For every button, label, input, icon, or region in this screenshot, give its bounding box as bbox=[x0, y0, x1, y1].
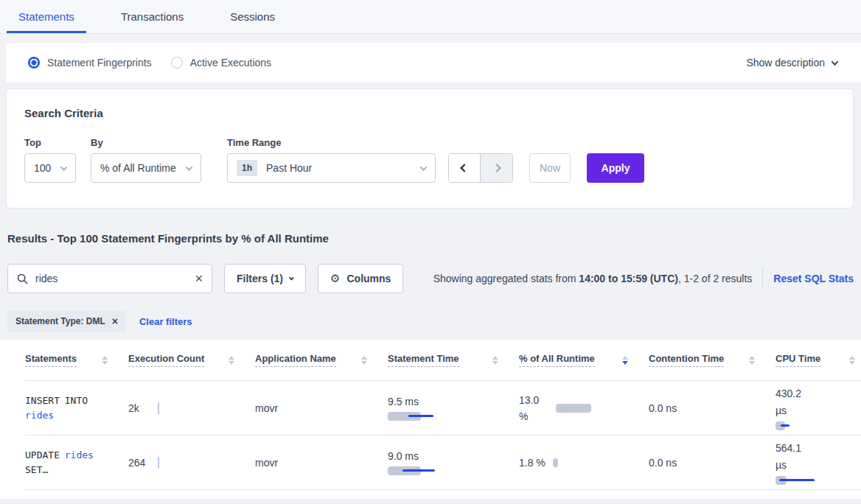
pct-runtime-cell: 13.0 % bbox=[519, 392, 649, 424]
cpu-time-bar bbox=[775, 476, 815, 485]
search-criteria-title: Search Criteria bbox=[24, 107, 831, 119]
sort-icon[interactable] bbox=[492, 356, 498, 365]
statement-link[interactable]: rides bbox=[65, 449, 94, 461]
statement-time-cell: 9.5 ms bbox=[388, 396, 519, 421]
chevron-down-icon bbox=[289, 275, 294, 280]
by-label: By bbox=[91, 137, 227, 148]
radio-label: Active Executions bbox=[190, 57, 272, 69]
chevron-down-icon bbox=[420, 164, 428, 171]
chevron-left-icon bbox=[460, 164, 468, 172]
columns-button[interactable]: ⚙ Columns bbox=[318, 264, 403, 293]
radio-statement-fingerprints[interactable]: Statement Fingerprints bbox=[28, 57, 152, 69]
show-description-label: Show description bbox=[746, 57, 825, 69]
application-name-cell: movr bbox=[255, 457, 388, 469]
table-row: UPDATE rides SET… 264 movr 9.0 ms 1.8 % … bbox=[25, 435, 861, 490]
show-description-toggle[interactable]: Show description bbox=[746, 57, 837, 69]
time-range-badge: 1h bbox=[237, 160, 257, 176]
by-select-value: % of All Runtime bbox=[100, 162, 176, 174]
column-header-pct-of-all-runtime[interactable]: % of All Runtime bbox=[519, 353, 649, 367]
sort-icon[interactable] bbox=[849, 356, 855, 365]
column-header-execution-count[interactable]: Execution Count bbox=[128, 353, 255, 367]
search-box: × bbox=[7, 264, 212, 293]
statement-time-bar bbox=[388, 466, 435, 475]
sort-icon[interactable] bbox=[749, 356, 755, 365]
search-input[interactable] bbox=[35, 273, 195, 284]
top-field: Top 100 bbox=[24, 137, 91, 183]
search-icon bbox=[17, 273, 28, 284]
cpu-time-cell: 430.2 µs bbox=[775, 385, 861, 430]
sort-icon[interactable] bbox=[102, 356, 108, 365]
statement-time-bar bbox=[388, 412, 433, 421]
column-header-application-name[interactable]: Application Name bbox=[255, 353, 388, 367]
column-header-statement-time[interactable]: Statement Time bbox=[388, 353, 519, 367]
chevron-down-icon bbox=[60, 164, 68, 171]
apply-button[interactable]: Apply bbox=[587, 153, 644, 183]
execution-count-bar bbox=[158, 457, 159, 469]
statement-cell: UPDATE rides SET… bbox=[25, 448, 109, 477]
cpu-time-bar bbox=[775, 421, 789, 430]
pct-runtime-bar bbox=[556, 404, 591, 413]
filters-button[interactable]: Filters (1) bbox=[224, 264, 306, 293]
view-radio-group: Statement Fingerprints Active Executions bbox=[28, 57, 271, 69]
clear-search-icon[interactable]: × bbox=[195, 272, 203, 285]
now-button[interactable]: Now bbox=[529, 153, 571, 183]
pct-runtime-bar bbox=[553, 458, 558, 467]
by-field: By % of All Runtime bbox=[91, 137, 227, 183]
top-select[interactable]: 100 bbox=[24, 153, 76, 183]
column-header-contention-time[interactable]: Contention Time bbox=[649, 353, 775, 367]
radio-active-executions[interactable]: Active Executions bbox=[171, 57, 272, 69]
time-range-field: Time Range 1h Past Hour bbox=[227, 137, 448, 183]
application-name-cell: movr bbox=[255, 402, 388, 414]
column-header-cpu-time[interactable]: CPU Time bbox=[775, 353, 861, 367]
time-range-label: Time Range bbox=[227, 137, 448, 148]
previous-time-range-button[interactable] bbox=[449, 154, 481, 182]
radio-selected-icon bbox=[28, 57, 40, 69]
filter-chip-label: Statement Type: DML bbox=[15, 316, 105, 326]
divider bbox=[762, 267, 763, 290]
tab-sessions[interactable]: Sessions bbox=[218, 0, 287, 33]
statement-time-cell: 9.0 ms bbox=[388, 450, 519, 475]
top-select-value: 100 bbox=[34, 162, 51, 174]
time-range-pager bbox=[448, 153, 513, 183]
reset-sql-stats-link[interactable]: Reset SQL Stats bbox=[773, 273, 854, 284]
contention-time-cell: 0.0 ns bbox=[649, 457, 775, 469]
search-criteria-form: Top 100 By % of All Runtime Time Range 1… bbox=[24, 137, 831, 183]
sort-icon[interactable] bbox=[622, 356, 628, 365]
sort-icon[interactable] bbox=[361, 356, 367, 365]
chevron-right-icon bbox=[492, 164, 501, 172]
chevron-down-icon bbox=[832, 58, 839, 66]
execution-count-cell: 264 bbox=[128, 457, 255, 469]
sort-icon[interactable] bbox=[229, 356, 234, 365]
active-filters-row: Statement Type: DML × Clear filters bbox=[7, 311, 861, 332]
clear-filters-link[interactable]: Clear filters bbox=[139, 316, 192, 327]
filter-chip-statement-type[interactable]: Statement Type: DML × bbox=[7, 311, 126, 332]
remove-filter-icon[interactable]: × bbox=[112, 315, 118, 327]
statements-table: Statements Execution Count Application N… bbox=[0, 340, 861, 499]
time-range-select[interactable]: 1h Past Hour bbox=[227, 153, 436, 183]
filters-button-label: Filters (1) bbox=[237, 273, 283, 284]
chevron-down-icon bbox=[186, 164, 193, 171]
statement-cell: INSERT INTO rides bbox=[25, 393, 109, 423]
radio-label: Statement Fingerprints bbox=[47, 57, 152, 69]
tab-transactions[interactable]: Transactions bbox=[109, 0, 195, 33]
statement-link[interactable]: rides bbox=[25, 410, 54, 421]
table-header-row: Statements Execution Count Application N… bbox=[25, 340, 861, 381]
gear-icon: ⚙ bbox=[330, 272, 340, 285]
contention-time-cell: 0.0 ns bbox=[649, 402, 775, 414]
tab-statements[interactable]: Statements bbox=[7, 0, 86, 33]
results-heading: Results - Top 100 Statement Fingerprints… bbox=[7, 232, 861, 245]
columns-button-label: Columns bbox=[346, 273, 391, 284]
cpu-time-cell: 564.1 µs bbox=[775, 440, 861, 485]
table-row: INSERT INTO rides 2k movr 9.5 ms 13.0 % … bbox=[25, 381, 861, 435]
column-header-statements[interactable]: Statements bbox=[25, 353, 128, 367]
time-range-value: Past Hour bbox=[266, 162, 312, 174]
execution-count-cell: 2k bbox=[128, 402, 255, 414]
radio-unselected-icon bbox=[171, 57, 183, 69]
search-criteria-card: Search Criteria Top 100 By % of All Runt… bbox=[6, 88, 854, 209]
by-select[interactable]: % of All Runtime bbox=[91, 153, 201, 183]
next-time-range-button[interactable] bbox=[481, 154, 512, 182]
results-controls-row: × Filters (1) ⚙ Columns Showing aggregat… bbox=[7, 264, 854, 293]
pct-runtime-cell: 1.8 % bbox=[519, 455, 649, 471]
top-label: Top bbox=[24, 137, 91, 148]
view-toggle-bar: Statement Fingerprints Active Executions… bbox=[6, 43, 861, 83]
